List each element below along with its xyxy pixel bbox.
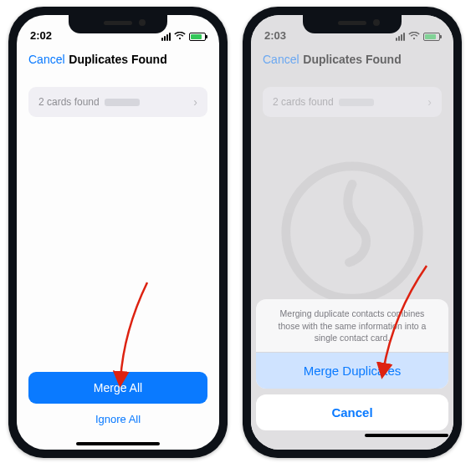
nav-bar: Cancel Duplicates Found xyxy=(17,43,219,75)
redacted-preview xyxy=(339,99,374,106)
svg-point-0 xyxy=(286,166,418,298)
page-title: Duplicates Found xyxy=(251,53,453,66)
cards-found-label: 2 cards found xyxy=(38,96,100,108)
merge-all-button[interactable]: Merge All xyxy=(28,372,207,404)
content: 2 cards found › xyxy=(251,75,453,129)
status-time: 2:02 xyxy=(30,29,52,42)
duplicate-group-row: 2 cards found › xyxy=(263,87,442,117)
cellular-icon xyxy=(396,33,405,41)
content: 2 cards found › xyxy=(17,75,219,129)
screen: 2:03 Cancel Duplicates Found 2 cards fou… xyxy=(251,15,453,450)
home-indicator xyxy=(76,442,160,445)
screen: 2:02 Cancel Duplicates Found 2 cards fou… xyxy=(17,15,219,450)
home-indicator xyxy=(365,434,448,437)
battery-icon xyxy=(189,33,206,41)
notch xyxy=(69,15,167,33)
action-sheet-description: Merging duplicate contacts combines thos… xyxy=(256,299,448,353)
bottom-actions: Merge All Ignore All xyxy=(17,364,219,450)
chevron-right-icon: › xyxy=(427,95,432,109)
status-time: 2:03 xyxy=(264,29,286,42)
redacted-preview xyxy=(105,99,140,106)
wifi-icon xyxy=(174,32,186,42)
merge-duplicates-button[interactable]: Merge Duplicates xyxy=(256,353,448,389)
iphone-right: 2:03 Cancel Duplicates Found 2 cards fou… xyxy=(243,7,462,458)
chevron-right-icon: › xyxy=(193,95,197,109)
ignore-all-button[interactable]: Ignore All xyxy=(28,404,207,435)
status-right xyxy=(161,32,206,42)
wifi-icon xyxy=(408,32,420,42)
duplicate-group-row[interactable]: 2 cards found › xyxy=(28,87,207,117)
nav-bar: Cancel Duplicates Found xyxy=(251,43,453,75)
cellular-icon xyxy=(161,33,171,41)
cards-found-label: 2 cards found xyxy=(273,96,334,108)
page-title: Duplicates Found xyxy=(17,53,219,66)
action-sheet-cancel-button[interactable]: Cancel xyxy=(256,394,448,430)
status-right xyxy=(396,32,440,42)
action-sheet: Merging duplicate contacts combines thos… xyxy=(256,299,448,441)
iphone-left: 2:02 Cancel Duplicates Found 2 cards fou… xyxy=(8,7,228,458)
battery-icon xyxy=(423,33,440,41)
action-sheet-block: Merging duplicate contacts combines thos… xyxy=(256,299,448,389)
notch xyxy=(303,15,402,33)
